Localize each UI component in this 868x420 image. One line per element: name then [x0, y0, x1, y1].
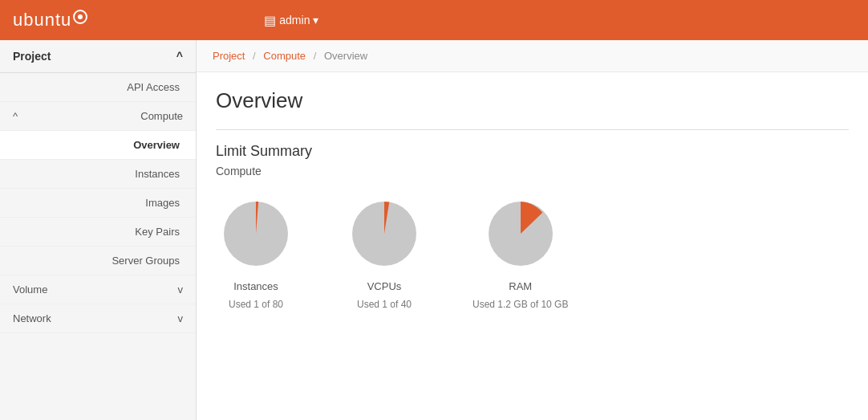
pie-vcpus [344, 194, 424, 274]
volume-chevron-icon: v [178, 283, 184, 296]
sidebar-item-api-access[interactable]: API Access [0, 73, 196, 102]
chart-ram: RAM Used 1.2 GB of 10 GB [473, 194, 568, 310]
chart-vcpus: VCPUs Used 1 of 40 [344, 194, 424, 310]
network-label: Network [13, 312, 51, 324]
server-groups-label: Server Groups [112, 255, 180, 267]
compute-section-label: Compute [140, 110, 183, 122]
key-pairs-label: Key Pairs [135, 226, 180, 238]
ram-chart-sublabel: Used 1.2 GB of 10 GB [473, 299, 568, 310]
images-label: Images [145, 197, 180, 209]
project-chevron-icon: ^ [176, 50, 183, 63]
page-content: Overview Limit Summary Compute Instances… [197, 72, 868, 326]
header: ubuntu ▤ admin ▾ [0, 0, 868, 40]
network-chevron-icon: v [178, 312, 184, 324]
page-title: Overview [216, 88, 849, 113]
pie-ram [481, 194, 561, 274]
logo: ubuntu [13, 10, 87, 31]
sidebar-item-key-pairs[interactable]: Key Pairs [0, 218, 196, 247]
instances-label: Instances [135, 168, 180, 180]
breadcrumb-separator-1: / [253, 50, 256, 62]
api-access-label: API Access [127, 81, 180, 93]
project-label: Project [13, 50, 51, 63]
breadcrumb-project[interactable]: Project [213, 50, 245, 62]
breadcrumb: Project / Compute / Overview [197, 40, 868, 72]
logo-icon [73, 10, 87, 24]
sidebar: Project ^ API Access ^ Compute Overview … [0, 40, 197, 420]
admin-menu[interactable]: ▤ admin ▾ [264, 13, 318, 28]
sidebar-project-section[interactable]: Project ^ [0, 40, 196, 73]
instances-chart-label: Instances [233, 280, 278, 292]
sidebar-compute-section[interactable]: ^ Compute [0, 102, 196, 131]
pie-instances [216, 194, 296, 274]
overview-label: Overview [133, 139, 180, 151]
sidebar-item-server-groups[interactable]: Server Groups [0, 247, 196, 275]
compute-section-label: Compute [216, 165, 849, 177]
breadcrumb-compute[interactable]: Compute [263, 50, 306, 62]
vcpus-chart-label: VCPUs [367, 280, 402, 292]
instances-chart-sublabel: Used 1 of 80 [229, 299, 283, 310]
sidebar-volume-section[interactable]: Volume v [0, 275, 196, 304]
admin-label: admin [279, 14, 310, 27]
volume-label: Volume [13, 283, 47, 296]
main-layout: Project ^ API Access ^ Compute Overview … [0, 40, 868, 420]
logo-text: ubuntu [13, 10, 71, 31]
sidebar-item-instances[interactable]: Instances [0, 160, 196, 189]
menu-grid-icon: ▤ [264, 13, 276, 28]
main-content: Project / Compute / Overview Overview Li… [197, 40, 868, 420]
sidebar-network-section[interactable]: Network v [0, 304, 196, 333]
sidebar-item-images[interactable]: Images [0, 189, 196, 218]
limit-summary-title: Limit Summary [216, 143, 849, 160]
admin-chevron-icon: ▾ [313, 14, 318, 27]
breadcrumb-separator-2: / [314, 50, 317, 62]
charts-row: Instances Used 1 of 80 VCPUs Used 1 of 4… [216, 194, 849, 310]
compute-chevron-icon: ^ [13, 110, 18, 122]
breadcrumb-current: Overview [324, 50, 367, 62]
vcpus-chart-sublabel: Used 1 of 40 [357, 299, 412, 310]
divider [216, 129, 849, 130]
chart-instances: Instances Used 1 of 80 [216, 194, 296, 310]
ram-chart-label: RAM [509, 280, 532, 292]
sidebar-item-overview[interactable]: Overview [0, 131, 196, 160]
